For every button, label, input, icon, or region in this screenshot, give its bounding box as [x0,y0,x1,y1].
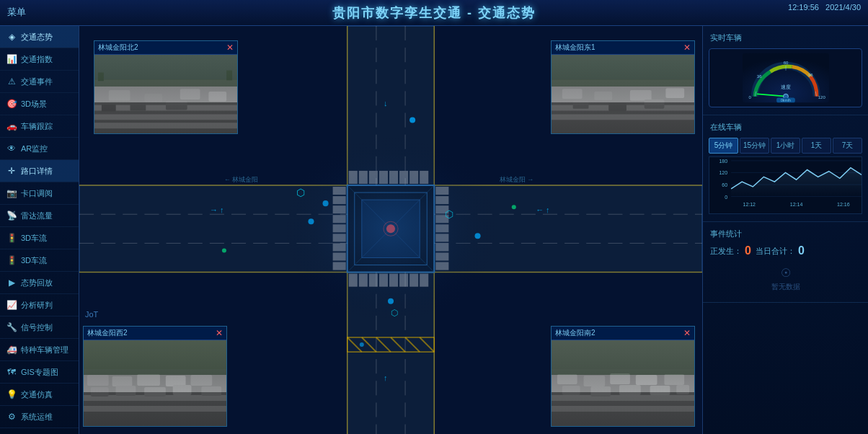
svg-line-8 [347,185,435,273]
time-tab-4[interactable]: 7天 [833,138,862,154]
svg-rect-119 [137,374,160,386]
sidebar-item-system-ops[interactable]: ⚙ 系统运维 [0,406,79,428]
sidebar-item-vehicle-track[interactable]: 🚗 车辆跟踪 [0,115,79,138]
sidebar-item-intersection-detail[interactable]: ✛ 路口详情 [0,160,79,182]
svg-rect-143 [552,340,694,427]
svg-rect-11 [362,200,420,257]
cam-bl-title: 林城金阳西2 [87,328,128,338]
svg-rect-43 [435,224,448,232]
svg-rect-134 [584,376,606,386]
svg-rect-138 [562,386,580,395]
svg-text:⬡: ⬡ [391,308,398,318]
svg-rect-42 [435,215,448,223]
sidebar-item-analysis[interactable]: 📈 分析研判 [0,294,79,316]
svg-rect-83 [94,55,237,134]
sidebar-item-3d-scene[interactable]: 🎯 3D场景 [0,93,79,115]
svg-rect-101 [552,79,694,134]
vehicle-chart-title: 在线车辆 [707,120,864,135]
camera-bottom-right[interactable]: 林城金阳南2 ✕ [551,326,695,427]
sidebar-icon-3d-flow1: 🚦 [6,232,17,244]
svg-rect-125 [173,385,192,395]
sidebar-item-system-config[interactable]: 🔨 系统配置 [0,428,79,434]
sidebar-item-traffic-event[interactable]: ⚠ 交通事件 [0,71,79,93]
svg-text:0km/h: 0km/h [781,98,791,102]
sidebar-item-3d-flow1[interactable]: 🚦 3D车流 [0,227,79,249]
svg-rect-27 [399,274,408,287]
sidebar-item-traffic-sim[interactable]: 💡 交通仿真 [0,384,79,406]
sidebar-item-traffic-status[interactable]: ◈ 交通态势 [0,26,79,48]
sidebar-item-3d-flow2[interactable]: 🚦 3D车流 [0,249,79,272]
menu-button[interactable]: 菜单 [7,6,26,19]
sidebar-icon-system-ops: ⚙ [6,411,17,422]
cam-tl-close[interactable]: ✕ [226,43,234,53]
sidebar-item-command[interactable]: 🔧 信号控制 [0,316,79,339]
time-tab-3[interactable]: 1天 [802,138,831,154]
main-area: ⬡ ⬡ ⬡ → ↑ ← ↑ ↓ ↑ [79,26,702,434]
svg-rect-126 [201,386,221,396]
svg-text:→ ↑: → ↑ [210,205,224,214]
svg-text:↓: ↓ [384,99,388,107]
sidebar-item-state-replay[interactable]: ▶ 态势回放 [0,272,79,294]
sidebar-label-checkpoint: 卡口调阅 [21,188,53,199]
sidebar-label-traffic-sim: 交通仿真 [21,389,53,400]
svg-text:12:14: 12:14 [790,202,803,207]
sidebar-item-checkpoint[interactable]: 📷 卡口调阅 [0,182,79,205]
header: 菜单 贵阳市数字孪生交通 - 交通态势 12:19:56 2021/4/30 [0,0,868,26]
svg-text:林城金阳 →: 林城金阳 → [499,176,534,183]
svg-rect-2 [79,185,702,273]
time-tab-0[interactable]: 5分钟 [709,138,738,154]
cam-tr-close[interactable]: ✕ [683,43,691,53]
sidebar-item-special-vehicle[interactable]: 🚑 特种车辆管理 [0,339,79,361]
sidebar-item-radar-flow[interactable]: 📡 雷达流量 [0,205,79,227]
svg-point-60 [409,118,415,123]
svg-rect-105 [594,92,612,100]
svg-point-78 [386,224,395,233]
sidebar-item-gis-map[interactable]: 🗺 GIS专题图 [0,361,79,384]
svg-rect-31 [333,196,346,204]
today-stat: 当日合计： 0 [756,244,805,257]
svg-rect-120 [166,376,186,386]
camera-top-left[interactable]: 林城金阳北2 ✕ [94,40,238,134]
sidebar-icon-analysis: 📈 [6,299,17,311]
sidebar-icon-traffic-event: ⚠ [6,76,17,87]
camera-top-right[interactable]: 林城金阳东1 ✕ [551,40,695,134]
svg-line-12 [362,200,420,257]
svg-rect-100 [552,55,694,79]
sidebar-label-vehicle-track: 车辆跟踪 [21,121,53,132]
svg-rect-118 [112,376,133,386]
time-tab-2[interactable]: 1小时 [771,138,800,154]
sidebar: ◈ 交通态势 📊 交通指数 ⚠ 交通事件 🎯 3D场景 🚗 车辆跟踪 👁 AR监… [0,26,79,434]
svg-rect-33 [333,215,346,223]
cam-bl-close[interactable]: ✕ [216,328,223,338]
no-data: ☉ 暂无数据 [707,260,864,298]
right-panel: 实时车辆 [702,26,868,434]
svg-rect-46 [435,252,448,260]
svg-rect-14 [349,171,358,184]
camera-bottom-left[interactable]: 林城金阳西2 ✕ [83,326,227,427]
sidebar-label-command: 信号控制 [21,322,53,333]
happening-stat: 正发生： 0 [710,244,751,257]
svg-text:120: 120 [818,95,825,99]
svg-rect-67 [347,337,435,352]
svg-line-72 [405,337,420,352]
svg-rect-95 [166,101,187,110]
svg-rect-135 [610,373,630,384]
svg-text:36: 36 [756,74,761,79]
sidebar-icon-3d-flow2: 🚦 [6,254,17,266]
svg-text:12:12: 12:12 [743,202,756,207]
svg-rect-141 [650,386,670,395]
sidebar-label-intersection-detail: 路口详情 [21,166,53,177]
sidebar-item-ar-monitor[interactable]: 👁 AR监控 [0,138,79,160]
sidebar-label-traffic-status: 交通态势 [21,32,53,43]
svg-rect-21 [420,171,428,184]
sidebar-item-traffic-index[interactable]: 📊 交通指数 [0,48,79,71]
svg-line-73 [420,337,434,352]
vehicle-chart-section: 在线车辆 5分钟15分钟1小时1天7天 180 120 60 0 [703,115,868,222]
time-tab-1[interactable]: 15分钟 [740,138,769,154]
svg-rect-89 [109,90,130,101]
cam-br-title: 林城金阳南2 [555,328,595,338]
cam-br-close[interactable]: ✕ [683,328,691,338]
sidebar-label-gis-map: GIS专题图 [21,367,58,378]
cam-bl-video [84,340,226,427]
svg-rect-47 [435,262,448,270]
